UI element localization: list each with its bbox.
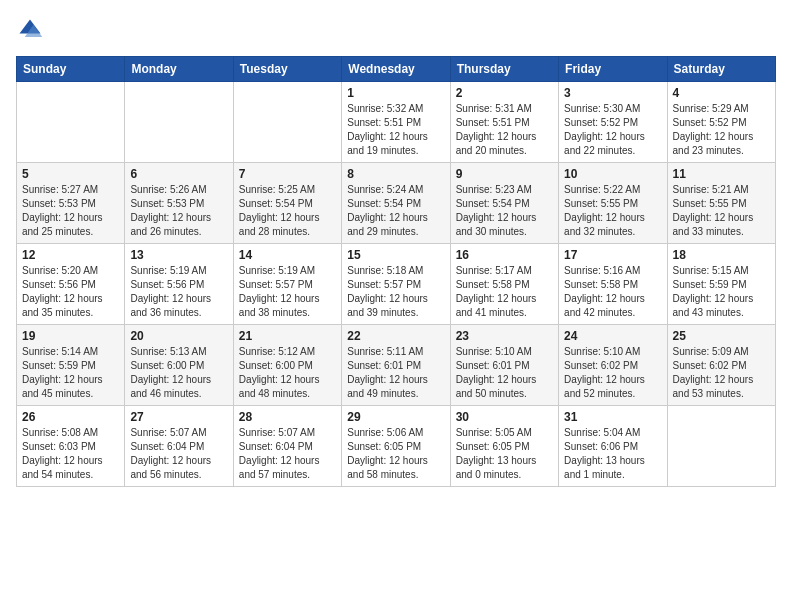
day-number: 21 — [239, 329, 336, 343]
day-number: 20 — [130, 329, 227, 343]
day-number: 7 — [239, 167, 336, 181]
day-number: 18 — [673, 248, 770, 262]
day-info: Sunrise: 5:29 AM Sunset: 5:52 PM Dayligh… — [673, 102, 770, 158]
day-info: Sunrise: 5:25 AM Sunset: 5:54 PM Dayligh… — [239, 183, 336, 239]
day-info: Sunrise: 5:19 AM Sunset: 5:57 PM Dayligh… — [239, 264, 336, 320]
calendar-cell: 19Sunrise: 5:14 AM Sunset: 5:59 PM Dayli… — [17, 325, 125, 406]
day-info: Sunrise: 5:04 AM Sunset: 6:06 PM Dayligh… — [564, 426, 661, 482]
calendar-week-row: 1Sunrise: 5:32 AM Sunset: 5:51 PM Daylig… — [17, 82, 776, 163]
calendar-table: SundayMondayTuesdayWednesdayThursdayFrid… — [16, 56, 776, 487]
day-info: Sunrise: 5:20 AM Sunset: 5:56 PM Dayligh… — [22, 264, 119, 320]
calendar-cell: 6Sunrise: 5:26 AM Sunset: 5:53 PM Daylig… — [125, 163, 233, 244]
calendar-cell: 15Sunrise: 5:18 AM Sunset: 5:57 PM Dayli… — [342, 244, 450, 325]
calendar-week-row: 12Sunrise: 5:20 AM Sunset: 5:56 PM Dayli… — [17, 244, 776, 325]
weekday-header: Tuesday — [233, 57, 341, 82]
day-number: 6 — [130, 167, 227, 181]
day-number: 3 — [564, 86, 661, 100]
calendar-cell: 3Sunrise: 5:30 AM Sunset: 5:52 PM Daylig… — [559, 82, 667, 163]
day-info: Sunrise: 5:30 AM Sunset: 5:52 PM Dayligh… — [564, 102, 661, 158]
day-number: 30 — [456, 410, 553, 424]
day-info: Sunrise: 5:08 AM Sunset: 6:03 PM Dayligh… — [22, 426, 119, 482]
day-number: 11 — [673, 167, 770, 181]
day-info: Sunrise: 5:32 AM Sunset: 5:51 PM Dayligh… — [347, 102, 444, 158]
calendar-cell: 20Sunrise: 5:13 AM Sunset: 6:00 PM Dayli… — [125, 325, 233, 406]
day-number: 24 — [564, 329, 661, 343]
calendar-cell: 12Sunrise: 5:20 AM Sunset: 5:56 PM Dayli… — [17, 244, 125, 325]
calendar-week-row: 19Sunrise: 5:14 AM Sunset: 5:59 PM Dayli… — [17, 325, 776, 406]
calendar-cell: 25Sunrise: 5:09 AM Sunset: 6:02 PM Dayli… — [667, 325, 775, 406]
day-info: Sunrise: 5:07 AM Sunset: 6:04 PM Dayligh… — [130, 426, 227, 482]
day-number: 1 — [347, 86, 444, 100]
day-info: Sunrise: 5:19 AM Sunset: 5:56 PM Dayligh… — [130, 264, 227, 320]
calendar-cell: 21Sunrise: 5:12 AM Sunset: 6:00 PM Dayli… — [233, 325, 341, 406]
calendar-cell — [17, 82, 125, 163]
weekday-header: Monday — [125, 57, 233, 82]
day-info: Sunrise: 5:07 AM Sunset: 6:04 PM Dayligh… — [239, 426, 336, 482]
day-info: Sunrise: 5:14 AM Sunset: 5:59 PM Dayligh… — [22, 345, 119, 401]
logo — [16, 16, 48, 44]
calendar-cell: 14Sunrise: 5:19 AM Sunset: 5:57 PM Dayli… — [233, 244, 341, 325]
day-number: 5 — [22, 167, 119, 181]
calendar-cell: 13Sunrise: 5:19 AM Sunset: 5:56 PM Dayli… — [125, 244, 233, 325]
day-number: 26 — [22, 410, 119, 424]
day-info: Sunrise: 5:15 AM Sunset: 5:59 PM Dayligh… — [673, 264, 770, 320]
day-number: 13 — [130, 248, 227, 262]
day-number: 29 — [347, 410, 444, 424]
logo-icon — [16, 16, 44, 44]
weekday-header: Sunday — [17, 57, 125, 82]
calendar-cell: 4Sunrise: 5:29 AM Sunset: 5:52 PM Daylig… — [667, 82, 775, 163]
day-info: Sunrise: 5:05 AM Sunset: 6:05 PM Dayligh… — [456, 426, 553, 482]
day-info: Sunrise: 5:06 AM Sunset: 6:05 PM Dayligh… — [347, 426, 444, 482]
calendar-cell: 11Sunrise: 5:21 AM Sunset: 5:55 PM Dayli… — [667, 163, 775, 244]
weekday-header: Thursday — [450, 57, 558, 82]
day-number: 22 — [347, 329, 444, 343]
day-number: 4 — [673, 86, 770, 100]
calendar-cell: 28Sunrise: 5:07 AM Sunset: 6:04 PM Dayli… — [233, 406, 341, 487]
day-number: 14 — [239, 248, 336, 262]
day-number: 2 — [456, 86, 553, 100]
calendar-cell: 29Sunrise: 5:06 AM Sunset: 6:05 PM Dayli… — [342, 406, 450, 487]
day-info: Sunrise: 5:13 AM Sunset: 6:00 PM Dayligh… — [130, 345, 227, 401]
day-info: Sunrise: 5:18 AM Sunset: 5:57 PM Dayligh… — [347, 264, 444, 320]
weekday-header: Saturday — [667, 57, 775, 82]
calendar-cell: 8Sunrise: 5:24 AM Sunset: 5:54 PM Daylig… — [342, 163, 450, 244]
day-info: Sunrise: 5:11 AM Sunset: 6:01 PM Dayligh… — [347, 345, 444, 401]
day-info: Sunrise: 5:23 AM Sunset: 5:54 PM Dayligh… — [456, 183, 553, 239]
day-number: 15 — [347, 248, 444, 262]
day-info: Sunrise: 5:16 AM Sunset: 5:58 PM Dayligh… — [564, 264, 661, 320]
calendar-cell: 7Sunrise: 5:25 AM Sunset: 5:54 PM Daylig… — [233, 163, 341, 244]
day-info: Sunrise: 5:27 AM Sunset: 5:53 PM Dayligh… — [22, 183, 119, 239]
calendar-cell: 30Sunrise: 5:05 AM Sunset: 6:05 PM Dayli… — [450, 406, 558, 487]
calendar-cell: 16Sunrise: 5:17 AM Sunset: 5:58 PM Dayli… — [450, 244, 558, 325]
weekday-header: Wednesday — [342, 57, 450, 82]
day-number: 17 — [564, 248, 661, 262]
calendar-cell — [125, 82, 233, 163]
calendar-cell: 22Sunrise: 5:11 AM Sunset: 6:01 PM Dayli… — [342, 325, 450, 406]
day-number: 8 — [347, 167, 444, 181]
calendar-cell: 31Sunrise: 5:04 AM Sunset: 6:06 PM Dayli… — [559, 406, 667, 487]
calendar-cell — [667, 406, 775, 487]
day-number: 16 — [456, 248, 553, 262]
day-info: Sunrise: 5:31 AM Sunset: 5:51 PM Dayligh… — [456, 102, 553, 158]
day-number: 25 — [673, 329, 770, 343]
day-info: Sunrise: 5:21 AM Sunset: 5:55 PM Dayligh… — [673, 183, 770, 239]
calendar-cell: 23Sunrise: 5:10 AM Sunset: 6:01 PM Dayli… — [450, 325, 558, 406]
day-number: 28 — [239, 410, 336, 424]
day-info: Sunrise: 5:24 AM Sunset: 5:54 PM Dayligh… — [347, 183, 444, 239]
day-number: 23 — [456, 329, 553, 343]
weekday-header-row: SundayMondayTuesdayWednesdayThursdayFrid… — [17, 57, 776, 82]
day-number: 12 — [22, 248, 119, 262]
day-number: 19 — [22, 329, 119, 343]
calendar-cell: 2Sunrise: 5:31 AM Sunset: 5:51 PM Daylig… — [450, 82, 558, 163]
day-number: 31 — [564, 410, 661, 424]
calendar-cell: 18Sunrise: 5:15 AM Sunset: 5:59 PM Dayli… — [667, 244, 775, 325]
calendar-week-row: 5Sunrise: 5:27 AM Sunset: 5:53 PM Daylig… — [17, 163, 776, 244]
day-info: Sunrise: 5:09 AM Sunset: 6:02 PM Dayligh… — [673, 345, 770, 401]
calendar-cell: 26Sunrise: 5:08 AM Sunset: 6:03 PM Dayli… — [17, 406, 125, 487]
day-number: 10 — [564, 167, 661, 181]
calendar-week-row: 26Sunrise: 5:08 AM Sunset: 6:03 PM Dayli… — [17, 406, 776, 487]
calendar-cell: 1Sunrise: 5:32 AM Sunset: 5:51 PM Daylig… — [342, 82, 450, 163]
day-info: Sunrise: 5:26 AM Sunset: 5:53 PM Dayligh… — [130, 183, 227, 239]
weekday-header: Friday — [559, 57, 667, 82]
calendar-cell: 5Sunrise: 5:27 AM Sunset: 5:53 PM Daylig… — [17, 163, 125, 244]
